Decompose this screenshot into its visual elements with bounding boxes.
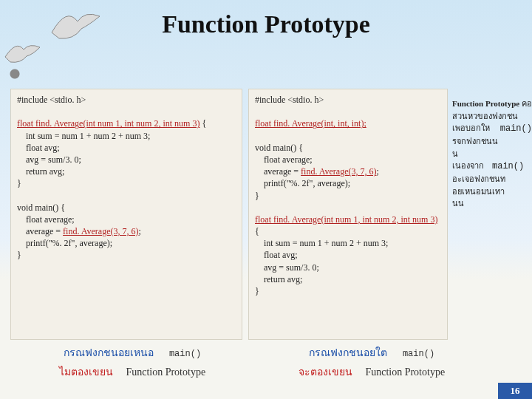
caption-row: กรณฟงกชนอยเหนอ main() ไมตองเขยน Function… [10, 344, 522, 377]
callout-text: Function Prototype คอ สวนหวของฟงกชน เพอบ… [452, 98, 532, 210]
caption-left: กรณฟงกชนอยเหนอ main() ไมตองเขยน Function… [18, 344, 247, 380]
seagull-icon [1, 38, 46, 68]
code-pane-right: #include <stdio. h> float find. Average(… [248, 89, 448, 340]
page-title: Function Prototype [0, 10, 532, 38]
code-line: #include <stdio. h> float find. Average(… [255, 94, 441, 297]
content-area: #include <stdio. h> float find. Average(… [10, 89, 522, 369]
code-line: #include <stdio. h> float find. Average(… [17, 94, 236, 262]
code-pane-left: #include <stdio. h> float find. Average(… [10, 89, 242, 340]
caption-right: กรณฟงกชนอยใต main() จะตองเขยน Function P… [257, 344, 486, 380]
page-number: 16 [498, 383, 532, 399]
